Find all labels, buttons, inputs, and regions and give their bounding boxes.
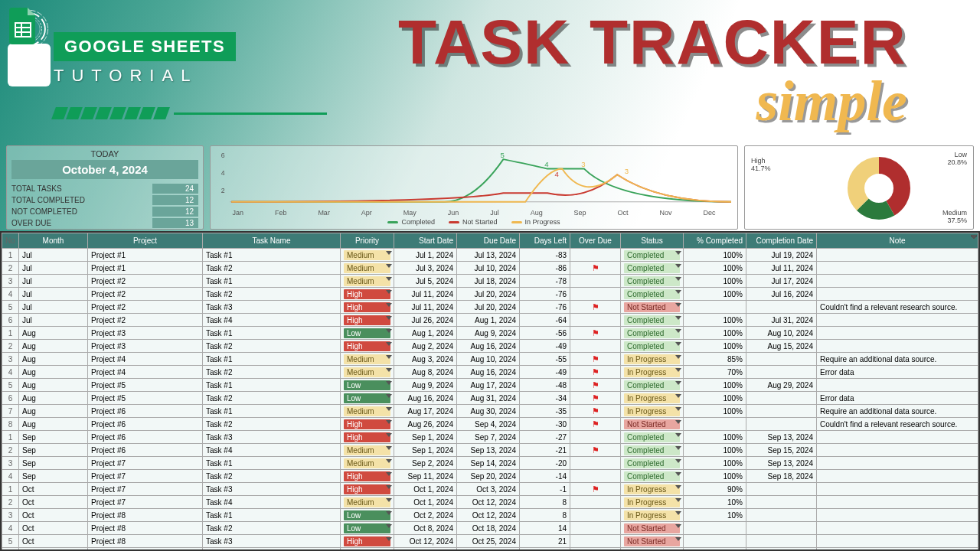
cell-due[interactable]: Jul 18, 2024 <box>457 275 520 288</box>
cell-due[interactable]: Aug 1, 2024 <box>457 314 520 327</box>
cell-project[interactable]: Project #1 <box>88 262 203 275</box>
cell-priority[interactable]: Medium <box>341 496 394 509</box>
cell-task[interactable]: Task #4 <box>203 314 341 327</box>
cell-task[interactable]: Task #3 <box>203 483 341 496</box>
cell-project[interactable]: Project #8 <box>88 509 203 522</box>
cell-due[interactable]: Sep 7, 2024 <box>457 431 520 444</box>
cell-overdue[interactable]: ⚑ <box>570 392 621 405</box>
cell-pct[interactable]: 85% <box>684 353 746 366</box>
cell-task[interactable]: Task #1 <box>203 327 341 340</box>
cell-days[interactable]: 21 <box>520 548 570 552</box>
cell-days[interactable]: -20 <box>520 457 570 470</box>
cell-overdue[interactable] <box>570 470 621 483</box>
cell-comp[interactable] <box>746 405 817 418</box>
cell-project[interactable]: Project #2 <box>88 301 203 314</box>
cell-status[interactable]: Completed <box>621 288 684 301</box>
dropdown-icon[interactable] <box>386 264 392 268</box>
cell-comp[interactable] <box>746 392 817 405</box>
dropdown-icon[interactable] <box>386 290 392 294</box>
cell-no[interactable]: 5 <box>2 379 19 392</box>
cell-overdue[interactable]: ⚑ <box>570 418 621 431</box>
dropdown-icon[interactable] <box>386 524 392 528</box>
cell-comp[interactable] <box>746 535 817 548</box>
cell-project[interactable]: Project #2 <box>88 288 203 301</box>
cell-no[interactable]: 2 <box>2 444 19 457</box>
cell-pct[interactable]: 10% <box>684 509 746 522</box>
cell-overdue[interactable] <box>570 249 621 262</box>
cell-task[interactable]: Task #1 <box>203 275 341 288</box>
cell-no[interactable]: 3 <box>2 457 19 470</box>
cell-month[interactable]: Jul <box>19 275 88 288</box>
cell-start[interactable]: Aug 17, 2024 <box>394 405 457 418</box>
cell-days[interactable]: -35 <box>520 405 570 418</box>
cell-priority[interactable]: Low <box>341 379 394 392</box>
dropdown-icon[interactable] <box>675 316 681 320</box>
cell-days[interactable]: -1 <box>520 483 570 496</box>
cell-days[interactable]: -27 <box>520 431 570 444</box>
cell-no[interactable]: 6 <box>2 392 19 405</box>
cell-due[interactable]: Aug 9, 2024 <box>457 327 520 340</box>
cell-status[interactable]: Not Started <box>621 418 684 431</box>
dropdown-icon[interactable] <box>675 277 681 281</box>
task-table[interactable]: NoMonthProjectTask NamePriorityStart Dat… <box>2 233 978 551</box>
cell-days[interactable]: 8 <box>520 496 570 509</box>
col-header[interactable]: Completion Date <box>746 233 817 249</box>
dropdown-icon[interactable] <box>386 420 392 424</box>
dropdown-icon[interactable] <box>675 381 681 385</box>
cell-comp[interactable]: Jul 17, 2024 <box>746 275 817 288</box>
dropdown-icon[interactable] <box>386 459 392 463</box>
cell-overdue[interactable]: ⚑ <box>570 301 621 314</box>
cell-no[interactable]: 1 <box>2 431 19 444</box>
table-row[interactable]: 5AugProject #5Task #1LowAug 9, 2024Aug 1… <box>2 379 978 392</box>
table-row[interactable]: 4SepProject #7Task #2HighSep 11, 2024Sep… <box>2 470 978 483</box>
cell-no[interactable]: 4 <box>2 366 19 379</box>
col-header[interactable]: Over Due <box>570 233 621 249</box>
cell-note[interactable] <box>817 249 978 262</box>
cell-project[interactable]: Project #7 <box>88 470 203 483</box>
cell-no[interactable]: 1 <box>2 249 19 262</box>
cell-due[interactable]: Aug 16, 2024 <box>457 340 520 353</box>
cell-project[interactable]: Project #8 <box>88 522 203 535</box>
cell-task[interactable]: Task #1 <box>203 353 341 366</box>
cell-status[interactable]: Not Started <box>621 548 684 552</box>
cell-no[interactable]: 4 <box>2 522 19 535</box>
table-row[interactable]: 2SepProject #6Task #4MediumSep 1, 2024Se… <box>2 444 978 457</box>
dropdown-icon[interactable] <box>675 251 681 255</box>
cell-start[interactable]: Oct 12, 2024 <box>394 535 457 548</box>
col-header[interactable]: Days Left <box>520 233 570 249</box>
cell-start[interactable]: Aug 1, 2024 <box>394 327 457 340</box>
cell-no[interactable]: 1 <box>2 483 19 496</box>
cell-note[interactable] <box>817 509 978 522</box>
cell-comp[interactable] <box>746 548 817 552</box>
cell-note[interactable] <box>817 262 978 275</box>
dropdown-icon[interactable] <box>386 316 392 320</box>
cell-project[interactable]: Project #6 <box>88 405 203 418</box>
cell-overdue[interactable]: ⚑ <box>570 483 621 496</box>
cell-task[interactable]: Task #1 <box>203 249 341 262</box>
dropdown-icon[interactable] <box>386 303 392 307</box>
cell-task[interactable]: Task #2 <box>203 340 341 353</box>
cell-month[interactable]: Oct <box>19 535 88 548</box>
cell-priority[interactable]: Medium <box>341 444 394 457</box>
cell-month[interactable]: Sep <box>19 431 88 444</box>
cell-project[interactable]: Project #1 <box>88 249 203 262</box>
table-row[interactable]: 5OctProject #8Task #3HighOct 12, 2024Oct… <box>2 535 978 548</box>
cell-task[interactable]: Task #1 <box>203 509 341 522</box>
cell-status[interactable]: In Progress <box>621 496 684 509</box>
cell-project[interactable]: Project #6 <box>88 418 203 431</box>
cell-project[interactable]: Project #7 <box>88 457 203 470</box>
cell-overdue[interactable]: ⚑ <box>570 262 621 275</box>
cell-status[interactable]: Completed <box>621 249 684 262</box>
cell-days[interactable]: -55 <box>520 353 570 366</box>
cell-task[interactable]: Task #2 <box>203 470 341 483</box>
cell-overdue[interactable] <box>570 340 621 353</box>
table-row[interactable]: 1JulProject #1Task #1MediumJul 1, 2024Ju… <box>2 249 978 262</box>
cell-status[interactable]: Completed <box>621 327 684 340</box>
col-header[interactable]: Due Date <box>457 233 520 249</box>
cell-month[interactable]: Aug <box>19 405 88 418</box>
cell-note[interactable] <box>817 496 978 509</box>
cell-pct[interactable] <box>684 522 746 535</box>
cell-days[interactable]: -14 <box>520 470 570 483</box>
cell-pct[interactable]: 100% <box>684 249 746 262</box>
table-row[interactable]: 2AugProject #3Task #2HighAug 2, 2024Aug … <box>2 340 978 353</box>
